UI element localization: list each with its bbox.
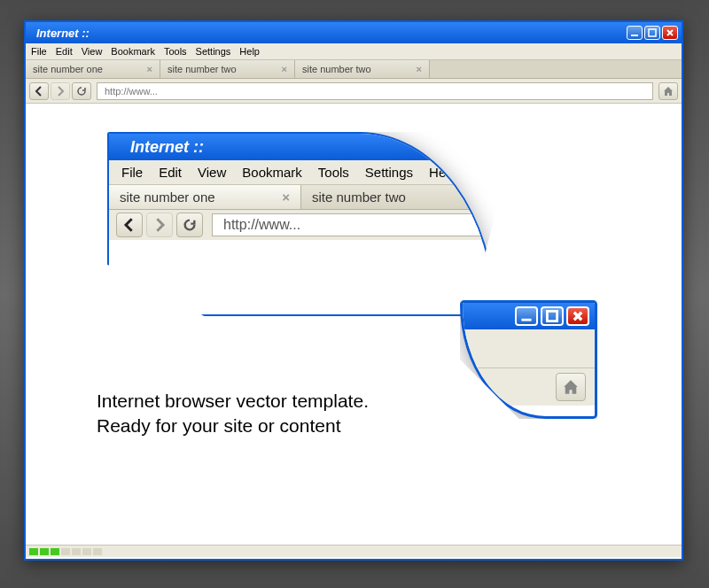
home-button[interactable] [658, 82, 678, 100]
zoom-tabbar: site number one × site number two [109, 185, 494, 210]
close-icon [666, 28, 674, 37]
menu-settings[interactable]: Settings [196, 46, 231, 57]
tab-1[interactable]: site number one × [26, 60, 160, 78]
zoom-tab-2: site number two [301, 185, 494, 209]
back-arrow-icon [34, 86, 44, 97]
tab-close-icon[interactable]: × [147, 64, 152, 74]
progress-segment [72, 548, 81, 555]
menu-view: View [198, 165, 226, 180]
tabbar: site number one × site number two × site… [26, 60, 682, 79]
tab-close-icon[interactable]: × [282, 64, 287, 74]
menu-help[interactable]: Help [239, 46, 260, 57]
maximize-icon [546, 310, 558, 322]
tab-label: site number two [312, 190, 406, 205]
progress-segment [93, 548, 102, 555]
progress-segment [29, 548, 38, 555]
svg-rect-3 [547, 311, 557, 321]
zoom-toolbar [463, 329, 595, 368]
zoom-title: Internet :: [109, 134, 494, 160]
svg-rect-2 [521, 319, 531, 321]
caption-line-2: Ready for your site or content [97, 414, 369, 438]
svg-rect-1 [649, 29, 656, 36]
zoom-callout-bottom [460, 300, 597, 419]
zoom-home-row [463, 368, 595, 406]
menu-settings: Settings [365, 165, 413, 180]
progress-segment [82, 548, 91, 555]
zoom-url: http://www... [212, 213, 487, 236]
menu-edit: Edit [159, 165, 182, 180]
statusbar [26, 545, 682, 557]
forward-button[interactable] [51, 82, 70, 100]
zoom-menubar: File Edit View Bookmark Tools Settings H… [109, 160, 494, 185]
close-icon [572, 310, 584, 322]
back-button[interactable] [29, 82, 49, 100]
window-controls [627, 26, 678, 40]
tab-close-icon[interactable]: × [417, 64, 422, 74]
menu-tools[interactable]: Tools [164, 46, 187, 57]
caption: Internet browser vector template. Ready … [97, 389, 369, 439]
url-text: http://www... [105, 86, 158, 97]
svg-rect-0 [631, 35, 638, 36]
minimize-button[interactable] [627, 26, 643, 40]
minimize-icon [630, 28, 639, 37]
close-button[interactable] [662, 26, 678, 40]
zoom-callout-top: Internet :: File Edit View Bookmark Tool… [107, 132, 495, 316]
menu-file[interactable]: File [31, 46, 47, 57]
progress-segment [51, 548, 59, 555]
minimize-icon [520, 310, 533, 322]
home-icon [662, 85, 674, 97]
navbar: http://www... [26, 79, 682, 104]
maximize-button[interactable] [644, 26, 660, 40]
page-content: Internet :: File Edit View Bookmark Tool… [26, 104, 682, 545]
tab-label: site number one [120, 190, 215, 205]
tab-2[interactable]: site number two × [160, 60, 295, 78]
maximize-icon [648, 28, 657, 37]
home-button [556, 373, 586, 401]
minimize-button [515, 306, 538, 326]
menu-view[interactable]: View [82, 46, 103, 57]
tab-label: site number one [33, 64, 103, 74]
reload-icon [183, 218, 197, 232]
menu-tools: Tools [318, 165, 349, 180]
tab-3[interactable]: site number two × [295, 60, 430, 78]
progress-segment [40, 548, 49, 555]
home-icon [561, 377, 580, 397]
caption-line-1: Internet browser vector template. [97, 389, 369, 414]
titlebar: Internet :: [26, 22, 682, 43]
back-arrow-icon [122, 218, 136, 232]
close-button [566, 306, 589, 326]
forward-arrow-icon [55, 86, 66, 97]
menu-file: File [121, 165, 143, 180]
zoom-navbar: http://www... [109, 210, 494, 240]
menu-help: Help [429, 165, 456, 180]
menu-bookmark[interactable]: Bookmark [111, 46, 155, 57]
forward-arrow-icon [152, 218, 167, 232]
back-button [116, 213, 143, 237]
menu-bookmark: Bookmark [242, 165, 302, 180]
browser-window: Internet :: File Edit View Bookmark Tool… [24, 20, 683, 561]
progress-segment [61, 548, 70, 555]
tab-close-icon: × [282, 190, 290, 205]
reload-button[interactable] [72, 82, 91, 100]
zoom-tab-1: site number one × [109, 185, 301, 209]
zoom-window-controls [463, 303, 595, 329]
window-title: Internet :: [36, 27, 90, 40]
tab-label: site number two [168, 64, 237, 74]
tab-label: site number two [302, 64, 371, 74]
reload-button [176, 213, 203, 237]
maximize-button [541, 306, 564, 326]
reload-icon [76, 86, 87, 97]
menubar: File Edit View Bookmark Tools Settings H… [26, 43, 682, 60]
menu-edit[interactable]: Edit [56, 46, 73, 57]
url-input[interactable]: http://www... [97, 82, 653, 100]
forward-button [146, 213, 173, 237]
